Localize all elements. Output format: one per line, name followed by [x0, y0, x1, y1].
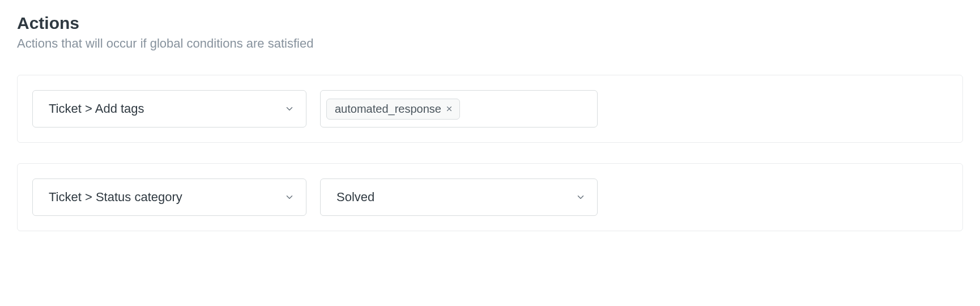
- action-row: Ticket > Add tags automated_response: [17, 75, 963, 143]
- section-title: Actions: [17, 14, 963, 33]
- section-description: Actions that will occur if global condit…: [17, 36, 963, 51]
- chevron-down-icon: [284, 192, 295, 202]
- tags-input[interactable]: automated_response: [320, 90, 598, 128]
- action-type-dropdown[interactable]: Ticket > Add tags: [32, 90, 306, 128]
- chevron-down-icon: [576, 192, 586, 202]
- tag-chip-label: automated_response: [335, 103, 441, 116]
- action-row: Ticket > Status category Solved: [17, 163, 963, 231]
- chevron-down-icon: [284, 104, 295, 114]
- dropdown-selected-value: Solved: [336, 190, 374, 205]
- dropdown-selected-value: Ticket > Status category: [49, 190, 182, 205]
- action-value-dropdown[interactable]: Solved: [320, 178, 598, 216]
- tag-chip: automated_response: [326, 99, 460, 120]
- tag-remove-button[interactable]: [445, 104, 454, 113]
- dropdown-selected-value: Ticket > Add tags: [49, 101, 144, 116]
- action-type-dropdown[interactable]: Ticket > Status category: [32, 178, 306, 216]
